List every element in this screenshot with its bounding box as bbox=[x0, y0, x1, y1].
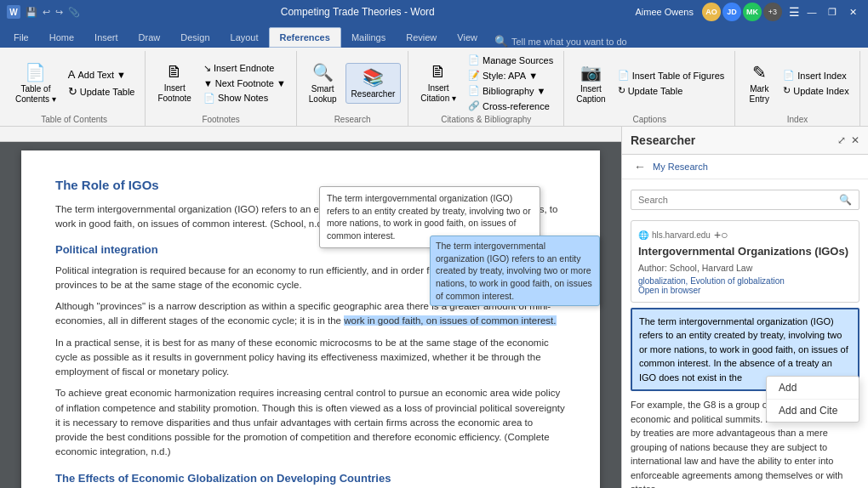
insert-caption-label: InsertCaption bbox=[576, 84, 605, 105]
update-index-label: Update Index bbox=[793, 86, 848, 96]
globe-icon: 🌐 bbox=[638, 230, 648, 240]
mark-entry-button[interactable]: ✎ MarkEntry bbox=[742, 59, 776, 108]
researcher-back-button[interactable]: ← bbox=[631, 158, 649, 175]
update-index-button[interactable]: ↻ Update Index bbox=[779, 83, 852, 98]
researcher-button[interactable]: 📚 Researcher bbox=[345, 63, 402, 104]
source-expand-button[interactable]: +○ bbox=[714, 228, 728, 241]
update-table-captions-icon: ↻ bbox=[618, 85, 625, 96]
cross-reference-button[interactable]: 🔗 Cross-reference bbox=[465, 99, 557, 113]
researcher-label: Researcher bbox=[351, 89, 396, 99]
researcher-nav-label[interactable]: My Research bbox=[653, 162, 708, 172]
insert-index-button[interactable]: 📄 Insert Index bbox=[779, 68, 852, 82]
add-and-cite-button[interactable]: Add and Cite bbox=[767, 400, 859, 422]
insert-citation-button[interactable]: 🗎 InsertCitation ▾ bbox=[415, 59, 461, 107]
document-title: Competing Trade Theories - Word bbox=[80, 6, 636, 18]
researcher-search-icon[interactable]: 🔍 bbox=[839, 194, 852, 206]
researcher-close-icon[interactable]: ✕ bbox=[851, 134, 859, 146]
add-cite-popup: Add Add and Cite bbox=[766, 376, 859, 423]
toc-col: A Add Text ▼ ↻ Update Table bbox=[65, 66, 139, 99]
ribbon-search[interactable]: Tell me what you want to do bbox=[511, 37, 627, 47]
style-label: Style: APA bbox=[483, 71, 526, 81]
ribbon-group-citations: 🗎 InsertCitation ▾ 📄 Manage Sources 📝 St… bbox=[408, 51, 564, 126]
insert-footnote-label: InsertFootnote bbox=[157, 83, 191, 104]
manage-sources-icon: 📄 bbox=[468, 54, 480, 65]
avatar-1: AO bbox=[702, 3, 721, 21]
update-table-toc-label: Update Table bbox=[80, 87, 135, 97]
insert-endnote-button[interactable]: ↘ Insert Endnote bbox=[200, 61, 289, 76]
tab-layout[interactable]: Layout bbox=[220, 27, 269, 48]
captions-col: 📄 Insert Table of Figures ↻ Update Table bbox=[614, 68, 728, 98]
show-notes-label: Show Notes bbox=[218, 93, 268, 103]
close-button[interactable]: ✕ bbox=[844, 3, 861, 20]
insert-endnote-label: Insert Endnote bbox=[214, 63, 275, 73]
researcher-header-icons: ⤢ ✕ bbox=[837, 134, 859, 146]
ribbon-group-toc: 📄 Table ofContents ▾ A Add Text ▼ ↻ Upda… bbox=[3, 51, 146, 126]
mark-entry-icon: ✎ bbox=[752, 62, 767, 82]
next-footnote-label: Next Footnote bbox=[215, 78, 274, 88]
mark-entry-label: MarkEntry bbox=[750, 84, 769, 105]
source-url-text: hls.harvard.edu bbox=[652, 230, 711, 240]
ribbon-group-captions: 📷 InsertCaption 📄 Insert Table of Figure… bbox=[564, 51, 735, 126]
add-text-button[interactable]: A Add Text ▼ bbox=[65, 66, 139, 82]
tab-draw[interactable]: Draw bbox=[128, 27, 171, 48]
next-footnote-button[interactable]: ▼ Next Footnote ▼ bbox=[200, 77, 289, 90]
tab-file[interactable]: File bbox=[3, 27, 39, 48]
table-of-contents-button[interactable]: 📄 Table ofContents ▾ bbox=[10, 59, 61, 108]
show-notes-icon: 📄 bbox=[203, 93, 215, 104]
ribbon-group-research: 🔍 SmartLookup 📚 Researcher Research bbox=[297, 51, 409, 126]
captions-group-content: 📷 InsertCaption 📄 Insert Table of Figure… bbox=[571, 53, 728, 113]
insert-citation-icon: 🗎 bbox=[430, 62, 447, 82]
tab-home[interactable]: Home bbox=[39, 27, 84, 48]
researcher-panel: Researcher ⤢ ✕ ← My Research 🔍 🌐 hls.har… bbox=[621, 127, 868, 488]
manage-sources-label: Manage Sources bbox=[483, 55, 553, 65]
insert-footnote-button[interactable]: 🗎 InsertFootnote bbox=[152, 59, 196, 107]
restore-button[interactable]: ❐ bbox=[824, 3, 841, 20]
index-col: 📄 Insert Index ↻ Update Index bbox=[779, 68, 852, 98]
update-index-icon: ↻ bbox=[783, 85, 791, 96]
update-table-captions-button[interactable]: ↻ Update Table bbox=[614, 83, 728, 98]
update-table-toc-button[interactable]: ↻ Update Table bbox=[65, 83, 139, 99]
document-area: The Role of IGOs The term intergovernmen… bbox=[0, 127, 621, 488]
style-icon: 📝 bbox=[468, 70, 480, 81]
username: Aimee Owens bbox=[636, 7, 694, 17]
footnotes-group-title: Footnotes bbox=[202, 113, 239, 124]
tab-mailings[interactable]: Mailings bbox=[341, 27, 396, 48]
open-in-browser-link[interactable]: Open in browser bbox=[638, 286, 852, 295]
tooltip-text-2: The term intergovernmental organization … bbox=[436, 241, 592, 301]
document-wrapper: The Role of IGOs The term intergovernmen… bbox=[0, 127, 621, 488]
insert-table-figures-label: Insert Table of Figures bbox=[632, 71, 725, 81]
toc-group-title: Table of Contents bbox=[41, 113, 107, 124]
tab-view[interactable]: View bbox=[447, 27, 488, 48]
insert-table-figures-button[interactable]: 📄 Insert Table of Figures bbox=[614, 68, 728, 82]
style-button[interactable]: 📝 Style: APA ▼ bbox=[465, 68, 557, 82]
researcher-search[interactable]: 🔍 bbox=[631, 190, 859, 210]
tab-insert[interactable]: Insert bbox=[84, 27, 128, 48]
bibliography-button[interactable]: 📄 Bibliography ▼ bbox=[465, 83, 557, 98]
doc-heading-effects: The Effects of Economic Globalization on… bbox=[55, 470, 566, 487]
insert-caption-button[interactable]: 📷 InsertCaption bbox=[571, 59, 610, 108]
research-group-title: Research bbox=[334, 113, 371, 124]
smart-lookup-button[interactable]: 🔍 SmartLookup bbox=[304, 59, 342, 108]
show-notes-button[interactable]: 📄 Show Notes bbox=[200, 91, 289, 105]
manage-sources-button[interactable]: 📄 Manage Sources bbox=[465, 53, 557, 67]
next-footnote-icon: ▼ bbox=[203, 78, 213, 88]
avatar-3: MK bbox=[743, 3, 762, 21]
toc-label: Table ofContents ▾ bbox=[15, 84, 56, 105]
tab-design[interactable]: Design bbox=[170, 27, 220, 48]
insert-caption-icon: 📷 bbox=[580, 62, 602, 82]
index-group-content: ✎ MarkEntry 📄 Insert Index ↻ Update Inde… bbox=[742, 53, 852, 113]
tooltip-popup-2: The term intergovernmental organization … bbox=[430, 235, 600, 306]
smart-lookup-label: SmartLookup bbox=[309, 84, 337, 105]
researcher-expand-icon[interactable]: ⤢ bbox=[837, 134, 846, 146]
bibliography-icon: 📄 bbox=[468, 85, 480, 96]
tab-review[interactable]: Review bbox=[396, 27, 447, 48]
add-button[interactable]: Add bbox=[767, 377, 859, 400]
add-text-icon: A bbox=[68, 68, 76, 81]
insert-endnote-icon: ↘ bbox=[203, 63, 211, 74]
researcher-search-input[interactable] bbox=[638, 195, 836, 205]
tab-references[interactable]: References bbox=[269, 27, 341, 48]
minimize-button[interactable]: — bbox=[803, 3, 820, 20]
insert-citation-label: InsertCitation ▾ bbox=[420, 83, 456, 104]
research-group-content: 🔍 SmartLookup 📚 Researcher bbox=[304, 53, 402, 113]
citations-group-content: 🗎 InsertCitation ▾ 📄 Manage Sources 📝 St… bbox=[415, 53, 557, 113]
